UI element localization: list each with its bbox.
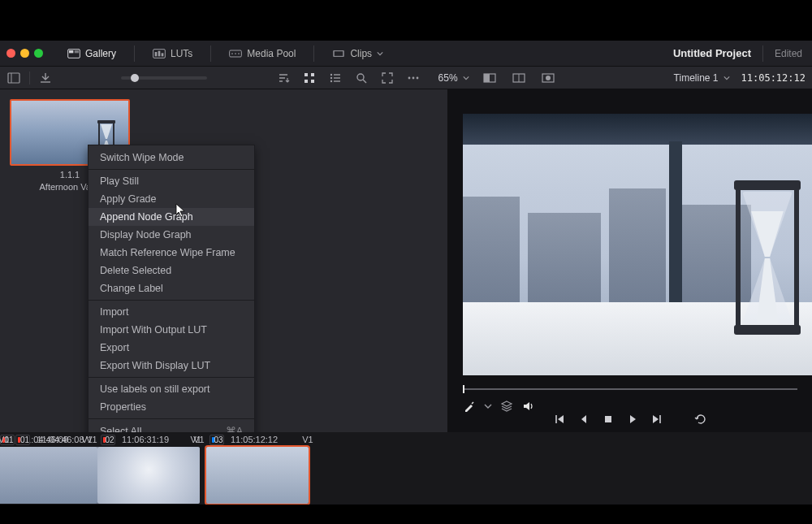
viewer-mode-a-button[interactable] [481, 69, 499, 87]
search-button[interactable] [352, 69, 370, 87]
ctx-use-labels-on-still-export[interactable]: Use labels on still export [89, 380, 254, 398]
viewer-mode-c-button[interactable] [539, 69, 557, 87]
svg-point-25 [330, 80, 331, 81]
svg-rect-14 [8, 73, 19, 83]
first-frame-button[interactable] [553, 413, 566, 426]
stills-albums-button[interactable] [5, 69, 23, 87]
viewer-mode-b-button[interactable] [510, 69, 528, 87]
project-title: Untitled Project [673, 47, 751, 59]
ctx-delete-selected[interactable]: Delete Selected [89, 262, 254, 279]
thumbnail-size-slider[interactable] [121, 76, 207, 80]
ctx-export-with-display-lut[interactable]: Export With Display LUT [89, 357, 254, 375]
svg-line-28 [363, 80, 366, 83]
chevron-down-icon [723, 72, 730, 84]
tab-clips[interactable]: Clips [327, 45, 388, 63]
context-menu-separator [89, 377, 254, 378]
sort-button[interactable] [274, 69, 292, 87]
luts-icon [153, 49, 166, 58]
viewer-zoom[interactable]: 65% [438, 72, 469, 84]
clip-thumbnail[interactable] [97, 447, 200, 504]
svg-rect-17 [304, 73, 308, 76]
svg-rect-20 [311, 80, 314, 83]
ctx-properties[interactable]: Properties [89, 398, 254, 416]
import-still-button[interactable] [37, 69, 54, 87]
svg-point-9 [235, 53, 236, 54]
clip-thumbnail-selected[interactable] [206, 447, 309, 504]
svg-point-21 [330, 73, 331, 75]
svg-point-30 [412, 76, 414, 79]
loop-button[interactable] [694, 413, 707, 426]
chevron-down-icon [463, 72, 469, 84]
ctx-apply-grade[interactable]: Apply Grade [89, 190, 254, 208]
expand-button[interactable] [378, 69, 396, 87]
svg-rect-33 [484, 74, 490, 82]
svg-point-29 [408, 76, 410, 79]
play-button[interactable] [626, 413, 639, 426]
svg-rect-11 [334, 50, 343, 56]
ctx-export[interactable]: Export [89, 339, 254, 357]
clip-track: V1 [0, 435, 9, 444]
timeline-selector[interactable]: Timeline 1 [674, 72, 730, 84]
svg-rect-18 [311, 73, 314, 76]
ctx-play-still[interactable]: Play Still [89, 172, 254, 190]
media-pool-icon [229, 49, 242, 58]
ctx-import-with-output-lut[interactable]: Import With Output LUT [89, 321, 254, 339]
gallery-icon [67, 49, 80, 58]
viewer-canvas[interactable] [463, 114, 812, 375]
divider [313, 45, 314, 62]
svg-rect-5 [158, 50, 161, 56]
tab-media-pool[interactable]: Media Pool [224, 45, 300, 63]
zoom-window-button[interactable] [34, 49, 43, 58]
speaker-icon[interactable] [521, 400, 534, 413]
svg-rect-19 [304, 80, 308, 83]
svg-rect-1 [69, 50, 73, 53]
ctx-append-node-graph[interactable]: Append Node Graph [89, 208, 254, 226]
clip-badge: 02 [101, 435, 115, 445]
chevron-down-icon [377, 48, 383, 59]
layers-icon[interactable] [500, 400, 513, 413]
viewer-scrubber[interactable] [463, 385, 797, 393]
context-menu-separator [89, 169, 254, 170]
divider [134, 45, 135, 62]
tab-gallery[interactable]: Gallery [63, 45, 121, 63]
thumbnail-timeline: V1 01 11:04:46:08 V1 V1 01 11:04:46:08 V… [0, 432, 812, 524]
scrub-track [463, 388, 797, 390]
strip-bottom-mask [0, 505, 812, 524]
window-controls [0, 49, 43, 58]
ctx-match-reference-wipe-frame[interactable]: Match Reference Wipe Frame [89, 244, 254, 262]
viewer-pane [448, 89, 812, 432]
scrub-playhead[interactable] [463, 385, 464, 393]
context-menu-separator [89, 300, 254, 301]
svg-point-10 [238, 53, 240, 54]
ctx-display-node-graph[interactable]: Display Node Graph [89, 226, 254, 244]
step-back-button[interactable] [577, 413, 590, 426]
more-button[interactable] [404, 69, 422, 87]
list-view-button[interactable] [326, 69, 344, 87]
timeline-name-label: Timeline 1 [674, 72, 719, 84]
tab-media-pool-label: Media Pool [247, 48, 296, 59]
grid-view-button[interactable] [300, 69, 318, 87]
divider [762, 45, 763, 62]
chevron-down-icon[interactable] [484, 402, 492, 410]
tab-luts[interactable]: LUTs [148, 45, 197, 63]
tab-gallery-label: Gallery [85, 48, 116, 59]
viewer-controls [463, 400, 797, 419]
svg-point-23 [330, 76, 331, 78]
tab-luts-label: LUTs [171, 48, 192, 59]
clip-thumbnail[interactable] [0, 447, 97, 504]
close-window-button[interactable] [6, 49, 15, 58]
viewer-timecode[interactable]: 11:05:12:12 [741, 72, 807, 84]
svg-point-27 [357, 74, 364, 80]
minimize-window-button[interactable] [20, 49, 29, 58]
hourglass-graphic [731, 180, 804, 335]
workspace-tabs: Gallery LUTs Media Pool Clips [63, 45, 388, 63]
ctx-import[interactable]: Import [89, 303, 254, 321]
zoom-value: 65% [438, 72, 458, 84]
svg-point-8 [231, 53, 233, 54]
ctx-change-label[interactable]: Change Label [89, 279, 254, 297]
last-frame-button[interactable] [650, 413, 663, 426]
color-picker-icon[interactable] [463, 400, 476, 413]
ctx-switch-wipe-mode[interactable]: Switch Wipe Mode [89, 149, 254, 167]
stop-button[interactable] [602, 413, 615, 426]
slider-knob[interactable] [131, 74, 139, 82]
